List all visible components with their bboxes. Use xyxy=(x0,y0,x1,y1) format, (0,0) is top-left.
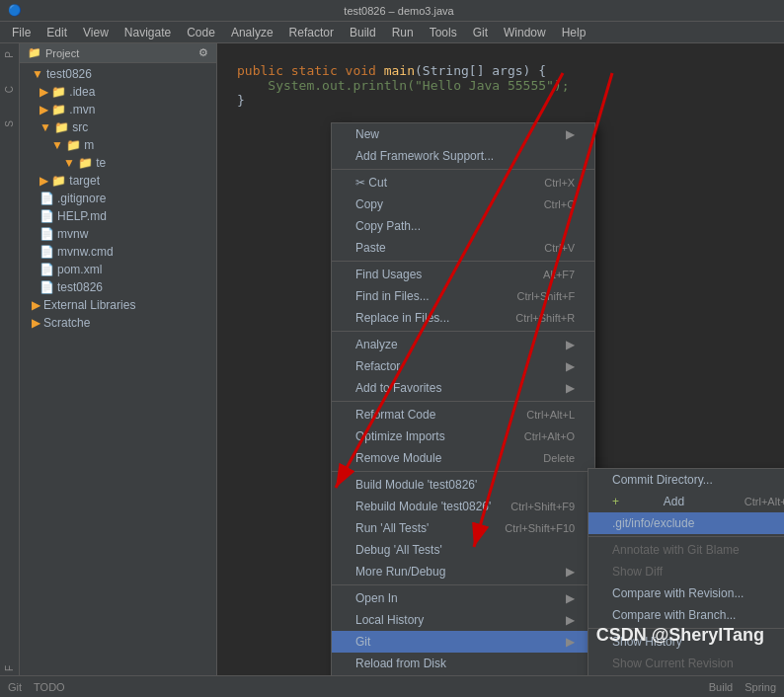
menu-open-in[interactable]: Open In ▶ xyxy=(332,587,594,609)
favorites-icon[interactable]: F xyxy=(2,661,17,675)
tree-item-label: m xyxy=(84,138,94,152)
submenu-arrow-icon: ▶ xyxy=(566,127,575,141)
menu-copy[interactable]: Copy Ctrl+C xyxy=(332,194,594,215)
tree-item-label: mvnw.cmd xyxy=(57,245,114,259)
project-icon[interactable]: P xyxy=(2,47,17,62)
menu-item-run[interactable]: Run xyxy=(384,24,422,41)
menu-item-label: Show Current Revision xyxy=(612,657,734,670)
menu-find-usages[interactable]: Find Usages Alt+F7 xyxy=(332,264,594,285)
git-menu-show-diff: Show Diff xyxy=(588,561,784,582)
menu-copy-path[interactable]: Copy Path... xyxy=(332,215,594,237)
menu-reformat[interactable]: Reformat Code Ctrl+Alt+L xyxy=(332,404,594,426)
menu-item-label: Paste xyxy=(355,241,386,255)
tree-item-help[interactable]: 📄 HELP.md xyxy=(20,207,216,225)
file-icon: 📄 xyxy=(39,245,54,259)
folder-icon: ▶ 📁 xyxy=(39,103,66,116)
git-menu-compare-branch[interactable]: Compare with Branch... xyxy=(588,604,784,626)
git-menu-git-info-exclude[interactable]: .git/info/exclude xyxy=(588,512,784,534)
menu-item-label: Local History xyxy=(355,613,424,627)
tree-item-scratche[interactable]: ▶ Scratche xyxy=(20,314,216,332)
menu-remove-module[interactable]: Remove Module Delete xyxy=(332,447,594,469)
menu-rebuild-module[interactable]: Rebuild Module 'test0826' Ctrl+Shift+F9 xyxy=(332,496,594,517)
tree-item-mvnw-cmd[interactable]: 📄 mvnw.cmd xyxy=(20,243,216,261)
menu-item-label: Compare with Branch... xyxy=(612,608,736,622)
tree-item-root[interactable]: ▼ test0826 xyxy=(20,65,216,83)
settings-gear-icon[interactable]: ⚙ xyxy=(198,46,208,59)
folder-icon: ▼ 📁 xyxy=(39,120,69,134)
menu-item-analyze[interactable]: Analyze xyxy=(223,24,281,41)
tree-item-test0826-file[interactable]: 📄 test0826 xyxy=(20,278,216,296)
tree-item-mvn[interactable]: ▶ 📁 .mvn xyxy=(20,101,216,118)
menu-cut[interactable]: ✂ Cut Ctrl+X xyxy=(332,172,594,194)
menu-item-label: Open In xyxy=(355,591,398,605)
separator xyxy=(332,401,594,402)
menu-build-module[interactable]: Build Module 'test0826' xyxy=(332,474,594,496)
menu-more-run[interactable]: More Run/Debug ▶ xyxy=(332,561,594,582)
folder-icon: ▶ 📁 xyxy=(39,85,66,99)
tree-item-pom[interactable]: 📄 pom.xml xyxy=(20,261,216,278)
shortcut-label: Ctrl+Alt+O xyxy=(524,430,575,442)
menu-item-label: Remove Module xyxy=(355,451,441,465)
shortcut-label: Ctrl+C xyxy=(544,198,575,210)
tree-item-mvnw[interactable]: 📄 mvnw xyxy=(20,225,216,243)
menu-paste[interactable]: Paste Ctrl+V xyxy=(332,237,594,259)
menu-replace-in-files[interactable]: Replace in Files... Ctrl+Shift+R xyxy=(332,307,594,329)
tree-item-gitignore[interactable]: 📄 .gitignore xyxy=(20,190,216,207)
tree-item-src[interactable]: ▼ 📁 src xyxy=(20,118,216,136)
menu-item-label: Replace in Files... xyxy=(355,311,449,325)
menu-item-label: ✂ Cut xyxy=(355,176,387,190)
menu-refactor[interactable]: Refactor ▶ xyxy=(332,355,594,377)
menu-item-label: Reformat Code xyxy=(355,408,435,422)
menu-item-git[interactable]: Git xyxy=(465,24,496,41)
menu-local-history[interactable]: Local History ▶ xyxy=(332,609,594,631)
tree-item-te[interactable]: ▼ 📁 te xyxy=(20,154,216,172)
bottom-spring[interactable]: Spring xyxy=(745,681,776,693)
git-menu-commit-dir[interactable]: Commit Directory... xyxy=(588,469,784,491)
menu-debug-tests[interactable]: Debug 'All Tests' xyxy=(332,539,594,561)
menu-item-help[interactable]: Help xyxy=(554,24,594,41)
structure-icon[interactable]: S xyxy=(2,116,17,131)
menu-new[interactable]: New ▶ xyxy=(332,123,594,145)
tree-item-target[interactable]: ▶ 📁 target xyxy=(20,172,216,190)
menu-item-label: New xyxy=(355,127,379,141)
submenu-arrow-icon: ▶ xyxy=(566,635,575,649)
menu-item-navigate[interactable]: Navigate xyxy=(117,24,179,41)
menu-item-label: Find in Files... xyxy=(355,289,430,303)
menu-run-tests[interactable]: Run 'All Tests' Ctrl+Shift+F10 xyxy=(332,517,594,539)
tree-item-m[interactable]: ▼ 📁 m xyxy=(20,136,216,154)
git-menu-add[interactable]: + Add Ctrl+Alt+A xyxy=(588,491,784,512)
menu-item-build[interactable]: Build xyxy=(342,24,384,41)
git-menu-compare-revision[interactable]: Compare with Revision... xyxy=(588,582,784,604)
menu-add-framework[interactable]: Add Framework Support... xyxy=(332,145,594,167)
submenu-arrow-icon: ▶ xyxy=(566,613,575,627)
menu-item-refactor[interactable]: Refactor xyxy=(281,24,342,41)
menu-bar: File Edit View Navigate Code Analyze Ref… xyxy=(0,22,784,43)
bottom-todo[interactable]: TODO xyxy=(34,681,65,693)
menu-item-tools[interactable]: Tools xyxy=(422,24,465,41)
menu-item-file[interactable]: File xyxy=(4,24,39,41)
menu-item-view[interactable]: View xyxy=(75,24,117,41)
menu-item-edit[interactable]: Edit xyxy=(39,24,75,41)
xml-icon: 📄 xyxy=(39,263,54,276)
commit-icon[interactable]: C xyxy=(2,82,17,97)
bottom-git[interactable]: Git xyxy=(8,681,22,693)
editor-area[interactable]: public static void main(String[] args) {… xyxy=(217,43,784,675)
project-label: Project xyxy=(45,47,79,59)
menu-item-label: .git/info/exclude xyxy=(612,516,694,530)
menu-reload-disk[interactable]: Reload from Disk xyxy=(332,653,594,674)
menu-find-in-files[interactable]: Find in Files... Ctrl+Shift+F xyxy=(332,285,594,307)
menu-item-window[interactable]: Window xyxy=(496,24,554,41)
menu-item-label: Add to Favorites xyxy=(355,381,441,395)
folder-icon: 📁 xyxy=(28,46,41,59)
tree-item-external[interactable]: ▶ External Libraries xyxy=(20,296,216,314)
menu-item-label: Annotate with Git Blame xyxy=(612,543,740,557)
context-menu: New ▶ Add Framework Support... ✂ Cut Ctr… xyxy=(331,122,595,675)
menu-optimize-imports[interactable]: Optimize Imports Ctrl+Alt+O xyxy=(332,426,594,447)
tree-item-idea[interactable]: ▶ 📁 .idea xyxy=(20,83,216,101)
bottom-build[interactable]: Build xyxy=(709,681,733,693)
menu-add-favorites[interactable]: Add to Favorites ▶ xyxy=(332,377,594,399)
menu-item-code[interactable]: Code xyxy=(179,24,223,41)
menu-git[interactable]: Git ▶ xyxy=(332,631,594,653)
git-menu-annotate: Annotate with Git Blame xyxy=(588,539,784,561)
menu-analyze[interactable]: Analyze ▶ xyxy=(332,334,594,355)
